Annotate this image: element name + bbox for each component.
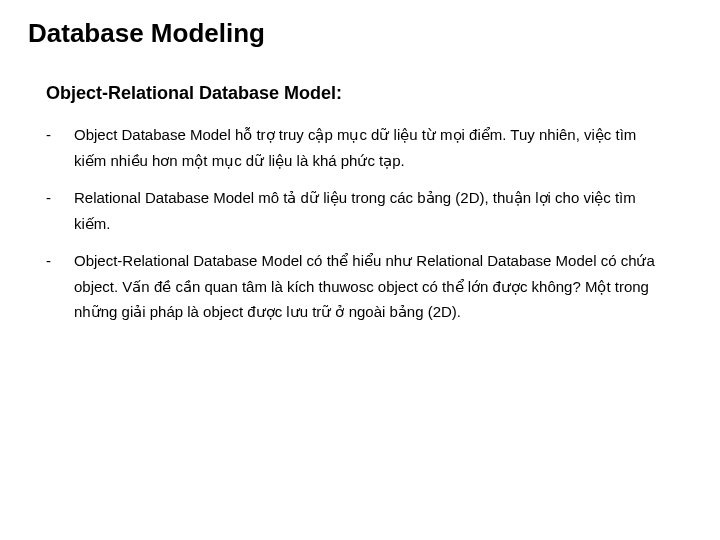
bullet-dash-icon: - — [46, 248, 74, 325]
bullet-dash-icon: - — [46, 185, 74, 236]
bullet-text: Object Database Model hỗ trợ truy cập mụ… — [74, 122, 692, 173]
slide: Database Modeling Object-Relational Data… — [0, 0, 720, 357]
list-item: - Object-Relational Database Model có th… — [46, 248, 692, 325]
list-item: - Object Database Model hỗ trợ truy cập … — [46, 122, 692, 173]
page-title: Database Modeling — [28, 18, 692, 49]
bullet-list: - Object Database Model hỗ trợ truy cập … — [46, 122, 692, 325]
bullet-dash-icon: - — [46, 122, 74, 173]
section-subtitle: Object-Relational Database Model: — [46, 83, 692, 104]
bullet-text: Object-Relational Database Model có thể … — [74, 248, 692, 325]
bullet-text: Relational Database Model mô tả dữ liệu … — [74, 185, 692, 236]
list-item: - Relational Database Model mô tả dữ liệ… — [46, 185, 692, 236]
